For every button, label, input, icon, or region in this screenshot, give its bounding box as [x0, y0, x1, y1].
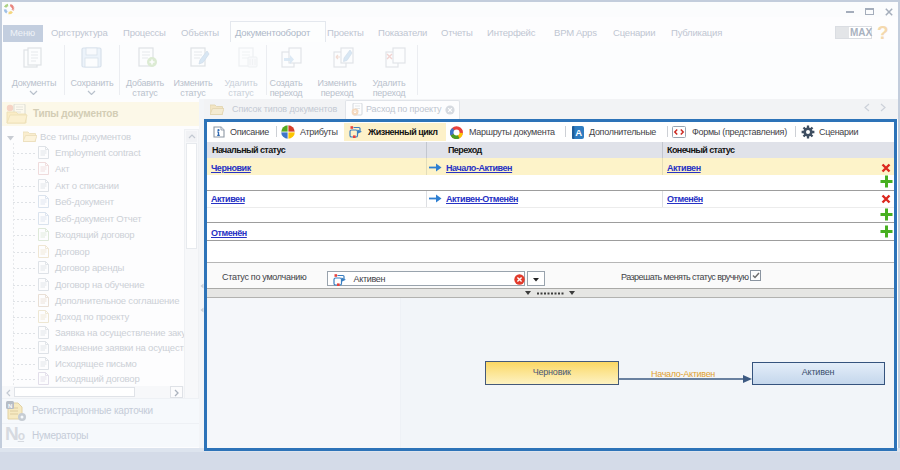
svg-text:N: N: [8, 403, 12, 409]
svg-text:A: A: [575, 127, 582, 138]
